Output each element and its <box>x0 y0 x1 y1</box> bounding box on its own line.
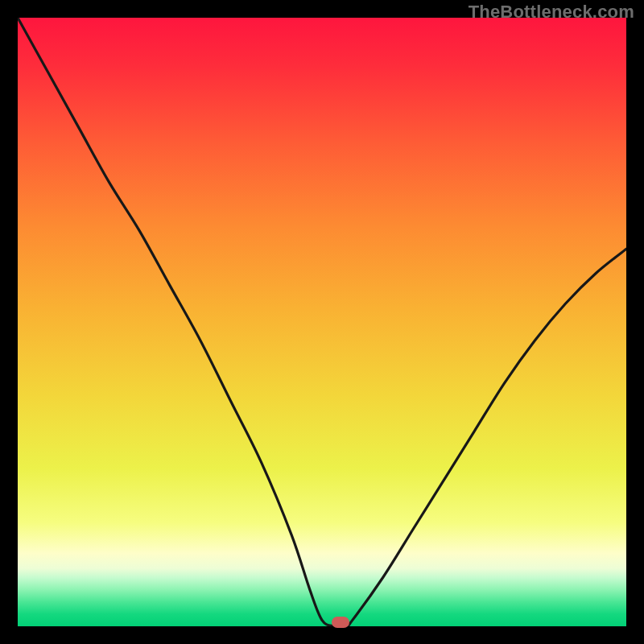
bottleneck-curve <box>18 18 626 626</box>
plot-area <box>18 18 626 626</box>
curve-path <box>18 18 626 626</box>
chart-frame: TheBottleneck.com <box>0 0 644 644</box>
optimum-marker <box>332 617 349 628</box>
